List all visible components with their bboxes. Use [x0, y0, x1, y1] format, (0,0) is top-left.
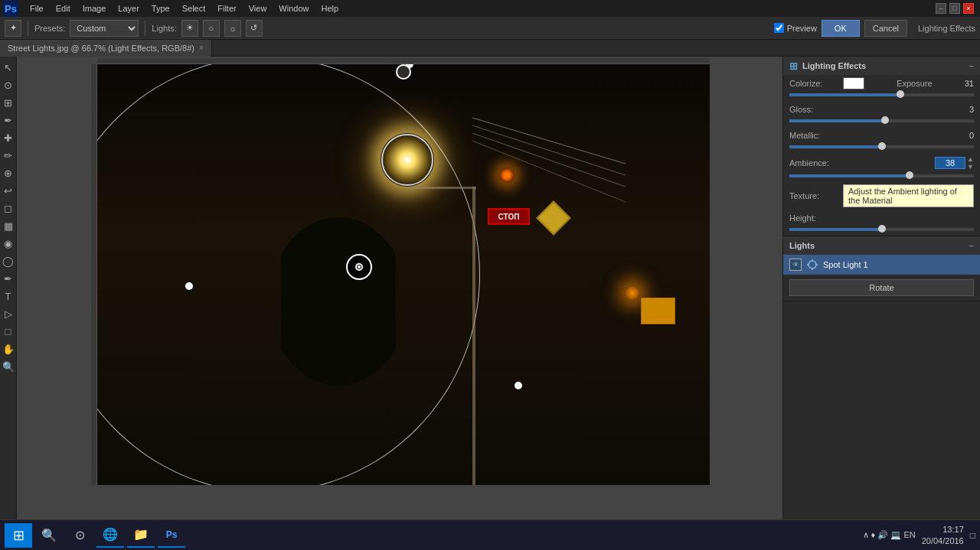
light-color-btn[interactable]: ☼ [224, 20, 241, 37]
texture-label: Texture: [789, 191, 843, 200]
menu-select[interactable]: Select [177, 2, 211, 15]
taskbar-cortana[interactable]: ⊙ [66, 523, 93, 548]
control-point-right[interactable] [514, 382, 522, 389]
ambience-slider-container [783, 174, 980, 182]
orange-street-light [626, 286, 639, 300]
ok-button[interactable]: OK [822, 20, 860, 37]
control-point-left[interactable] [185, 282, 193, 290]
canvas-image[interactable]: СТОП [97, 64, 710, 485]
main-area: ↖ ⊙ ⊞ ✒ ✚ ✏ ⊕ ↩ ◻ ▦ ◉ ◯ ✒ T ▷ □ ✋ 🔍 [0, 57, 980, 532]
menu-edit[interactable]: Edit [51, 2, 76, 15]
shape-tool[interactable]: □ [1, 324, 16, 339]
minimize-btn[interactable]: – [936, 3, 946, 14]
dodge-tool[interactable]: ◯ [1, 253, 16, 268]
brush-tool[interactable]: ✏ [1, 148, 16, 163]
cancel-button[interactable]: Cancel [864, 20, 907, 37]
menu-layer[interactable]: Layer [113, 2, 145, 15]
horizontal-ruler [97, 58, 710, 64]
gloss-slider-container [783, 119, 980, 127]
ambience-slider[interactable] [789, 174, 974, 177]
rotate-button[interactable]: Rotate [789, 279, 974, 296]
menu-file[interactable]: File [24, 2, 49, 15]
start-button[interactable]: ⊞ [5, 523, 32, 548]
reset-btn[interactable]: ↺ [246, 20, 263, 37]
menu-type[interactable]: Type [146, 2, 175, 15]
type-tool[interactable]: T [1, 288, 16, 304]
heal-tool[interactable]: ✚ [1, 130, 16, 145]
properties-collapse-btn[interactable]: – [969, 61, 974, 70]
taskbar-chrome[interactable]: 🌐 [96, 523, 124, 548]
light-type-icon [806, 259, 818, 271]
eyedrop-tool[interactable]: ✒ [1, 112, 16, 128]
ambience-input[interactable]: 38 [935, 157, 965, 169]
clone-tool[interactable]: ⊕ [1, 165, 16, 181]
tabbar: Street Lights.jpg @ 66.7% (Light Effects… [0, 40, 980, 57]
preview-checkbox[interactable] [774, 23, 784, 33]
exposure-slider-thumb[interactable] [897, 90, 904, 98]
metallic-slider-thumb[interactable] [878, 142, 886, 150]
metallic-slider[interactable] [789, 145, 974, 148]
scene-background [97, 64, 710, 485]
rotate-handle[interactable] [396, 64, 411, 80]
metallic-label: Metallic: [789, 131, 843, 140]
gloss-slider-thumb[interactable] [881, 116, 889, 124]
brush-tool-btn[interactable]: ✦ [5, 20, 21, 37]
presets-dropdown[interactable]: Custom [70, 20, 139, 37]
path-tool[interactable]: ▷ [1, 306, 16, 321]
preview-check[interactable]: Preview [774, 23, 817, 33]
spotlight-item[interactable]: 👁 Spot Light 1 [783, 255, 980, 275]
zoom-tool[interactable]: 🔍 [1, 359, 16, 374]
taskbar-photoshop[interactable]: Ps [158, 523, 185, 548]
properties-title: Lighting Effects [802, 61, 866, 70]
maximize-btn[interactable]: □ [949, 3, 960, 14]
tab-close-btn[interactable]: × [199, 44, 204, 52]
colorize-label: Colorize: [789, 79, 843, 88]
document-tab[interactable]: Street Lights.jpg @ 66.7% (Light Effects… [0, 40, 212, 57]
move-tool[interactable]: ↖ [1, 60, 16, 75]
menu-help[interactable]: Help [315, 2, 344, 15]
taskbar-notification[interactable]: □ [970, 530, 975, 541]
height-slider-thumb[interactable] [878, 225, 886, 233]
exposure-slider[interactable] [789, 93, 974, 96]
lights-collapse-btn[interactable]: – [969, 241, 974, 250]
ambience-slider-thumb[interactable] [906, 171, 913, 179]
exposure-slider-container [783, 93, 980, 101]
tab-title: Street Lights.jpg @ 66.7% (Light Effects… [8, 44, 194, 53]
taskbar-explorer[interactable]: 📁 [127, 523, 155, 548]
canvas-area[interactable]: СТОП [17, 57, 782, 532]
height-slider[interactable] [789, 228, 974, 231]
light-source[interactable] [381, 133, 434, 187]
add-light-btn[interactable]: ☀ [181, 20, 198, 37]
ambience-slider-fill [789, 174, 910, 177]
pen-tool[interactable]: ✒ [1, 271, 16, 286]
crop-tool[interactable]: ⊞ [1, 95, 16, 110]
right-panel: ⊞ Lighting Effects – Colorize: Exposure … [782, 57, 980, 532]
taskbar-system-icons: ∧ ♦ 🔊 💻 EN [863, 530, 916, 540]
metallic-slider-fill [789, 145, 882, 148]
ambience-spinner[interactable]: ▲▼ [967, 155, 974, 171]
menu-filter[interactable]: Filter [212, 2, 241, 15]
history-tool[interactable]: ↩ [1, 183, 16, 198]
light-type-btn[interactable]: ○ [203, 20, 220, 37]
close-btn[interactable]: × [963, 3, 974, 14]
menu-image[interactable]: Image [77, 2, 112, 15]
taskbar-search[interactable]: 🔍 [35, 523, 63, 548]
gradient-tool[interactable]: ▦ [1, 218, 16, 233]
hand-tool[interactable]: ✋ [1, 341, 16, 356]
camera-target[interactable] [346, 254, 372, 280]
blur-tool[interactable]: ◉ [1, 236, 16, 251]
menu-view[interactable]: View [243, 2, 273, 15]
eraser-tool[interactable]: ◻ [1, 200, 16, 216]
svg-point-4 [808, 261, 816, 268]
gloss-slider[interactable] [789, 119, 974, 122]
lights-label: Lights: [152, 24, 176, 33]
app-logo: Ps [3, 1, 18, 16]
menu-window[interactable]: Window [273, 2, 314, 15]
stop-sign: СТОП [488, 208, 530, 225]
ambience-tooltip: Adjust the Ambient lighting of the Mater… [843, 184, 974, 207]
colorize-swatch[interactable] [843, 77, 864, 89]
lasso-tool[interactable]: ⊙ [1, 77, 16, 93]
height-label: Height: [789, 213, 843, 223]
light-visibility-icon[interactable]: 👁 [789, 259, 802, 271]
spotlight-name: Spot Light 1 [823, 260, 868, 269]
